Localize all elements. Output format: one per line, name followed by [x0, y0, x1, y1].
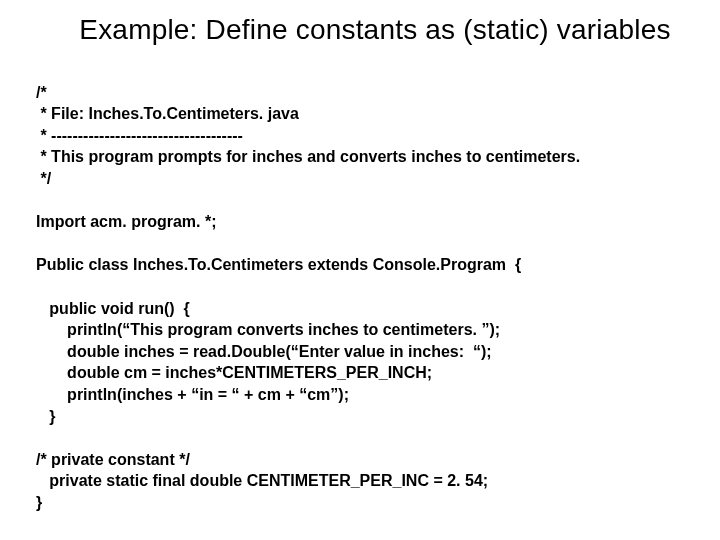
code-line: println(inches + “in = “ + cm + “cm”); — [36, 386, 349, 403]
code-line: /* — [36, 84, 47, 101]
code-line: * File: Inches.To.Centimeters. java — [36, 105, 299, 122]
code-line: Public class Inches.To.Centimeters exten… — [36, 256, 521, 273]
code-line: println(“This program converts inches to… — [36, 321, 500, 338]
code-line: } — [36, 408, 56, 425]
code-line: * ------------------------------------ — [36, 127, 243, 144]
code-line: public void run() { — [36, 300, 190, 317]
code-line: } — [36, 494, 42, 511]
code-line: Import acm. program. *; — [36, 213, 216, 230]
code-line: double cm = inches*CENTIMETERS_PER_INCH; — [36, 364, 432, 381]
code-line: double inches = read.Double(“Enter value… — [36, 343, 492, 360]
code-block: /* * File: Inches.To.Centimeters. java *… — [36, 60, 684, 513]
code-line: * This program prompts for inches and co… — [36, 148, 580, 165]
code-line: /* private constant */ — [36, 451, 190, 468]
code-line: */ — [36, 170, 51, 187]
slide-title: Example: Define constants as (static) va… — [36, 14, 684, 46]
code-line: private static final double CENTIMETER_P… — [36, 472, 488, 489]
slide: Example: Define constants as (static) va… — [0, 0, 720, 540]
